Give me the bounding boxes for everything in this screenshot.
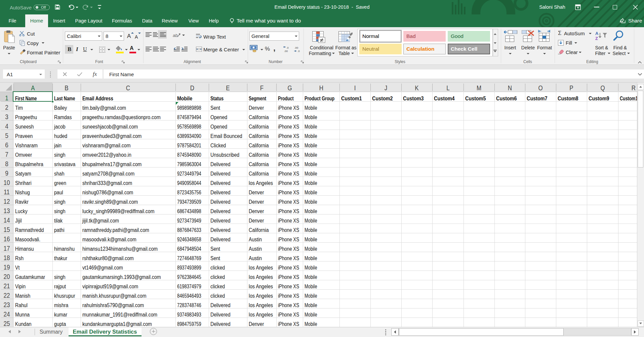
svg-text:.0: .0	[297, 50, 300, 53]
svg-text:ab: ab	[173, 33, 177, 38]
svg-text:.00: .00	[294, 46, 298, 49]
svg-text:.00: .00	[284, 50, 288, 53]
svg-text:.0: .0	[286, 46, 289, 49]
svg-text:A: A	[595, 31, 599, 36]
svg-text:Z: Z	[595, 36, 598, 40]
